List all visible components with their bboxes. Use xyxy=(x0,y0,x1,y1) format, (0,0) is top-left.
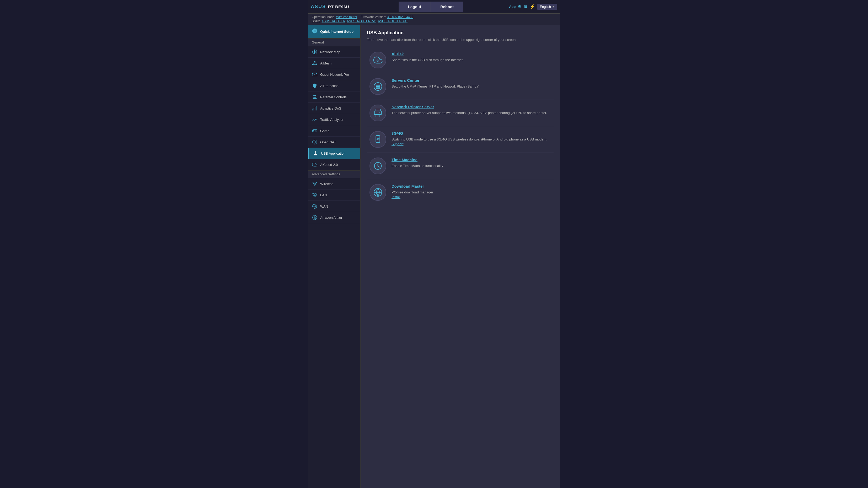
game-label: Game xyxy=(320,129,329,133)
sidebar-item-amazon-alexa[interactable]: Amazon Alexa xyxy=(308,212,360,223)
3g4g-desc: Switch to USB mode to use a 3G/4G USB wi… xyxy=(392,137,551,142)
sidebar-item-usb-application[interactable]: USB Application xyxy=(308,148,360,159)
feature-download-master: Download Master PC-free download manager… xyxy=(367,179,554,205)
sidebar-item-aicloud[interactable]: AiCloud 2.0 xyxy=(308,159,360,170)
download-master-install-link[interactable]: Install xyxy=(392,195,400,199)
usb-application-label: USB Application xyxy=(321,152,345,155)
svg-point-38 xyxy=(379,86,380,86)
usb-application-icon xyxy=(313,151,318,156)
3g4g-support-link[interactable]: Support xyxy=(392,142,404,146)
aidisk-info: AiDisk Share files in the USB disk throu… xyxy=(392,52,551,63)
svg-rect-36 xyxy=(376,86,380,87)
time-machine-info: Time Machine Enable Time Machine functio… xyxy=(392,158,551,168)
svg-rect-37 xyxy=(376,87,380,89)
quick-setup-label: Quick Internet Setup xyxy=(320,30,353,34)
feature-aidisk: AiDisk Share files in the USB disk throu… xyxy=(367,47,554,73)
svg-line-49 xyxy=(378,166,379,167)
ssid-5g[interactable]: ASUS_ROUTER_5G xyxy=(347,20,376,23)
header-right: App ⚙ 🖥 ⚡ English ▼ xyxy=(509,4,557,10)
main-layout: Quick Internet Setup General Network Map… xyxy=(308,25,560,488)
download-master-icon-wrap xyxy=(370,184,386,201)
asus-logo: ASUS xyxy=(311,4,326,9)
svg-rect-25 xyxy=(316,193,317,194)
logout-button[interactable]: Logout xyxy=(399,2,431,12)
amazon-alexa-icon xyxy=(312,215,317,220)
general-section-label: General xyxy=(308,38,360,46)
monitor-icon[interactable]: 🖥 xyxy=(523,4,528,9)
traffic-analyzer-label: Traffic Analyzer xyxy=(320,118,344,122)
status-bar: Operation Mode: Wireless router Firmware… xyxy=(308,13,560,25)
sidebar-item-aimesh[interactable]: AiMesh xyxy=(308,58,360,69)
download-master-title[interactable]: Download Master xyxy=(392,184,551,189)
network-printer-icon xyxy=(373,108,382,118)
feature-servers-center: Servers Center Setup the UPnP, iTunes, F… xyxy=(367,73,554,100)
servers-center-desc: Setup the UPnP, iTunes, FTP and Network … xyxy=(392,84,551,89)
3g4g-info: 3G/4G Switch to USB mode to use a 3G/4G … xyxy=(392,131,551,146)
svg-point-4 xyxy=(312,64,314,65)
3g4g-icon-wrap: 4G xyxy=(370,131,386,148)
ssid-2g[interactable]: ASUS_ROUTER xyxy=(321,20,345,23)
firmware-label: Firmware Version: xyxy=(361,15,386,19)
svg-point-3 xyxy=(314,61,315,62)
language-selector[interactable]: English ▼ xyxy=(537,4,557,10)
header: ASUS RT-BE96U Logout Reboot App ⚙ 🖥 ⚡ En… xyxy=(308,0,560,13)
quick-internet-setup-button[interactable]: Quick Internet Setup xyxy=(308,25,360,38)
sidebar-item-wireless[interactable]: Wireless xyxy=(308,178,360,190)
time-machine-title[interactable]: Time Machine xyxy=(392,158,551,162)
traffic-analyzer-icon xyxy=(312,117,317,122)
guest-network-label: Guest Network Pro xyxy=(320,73,349,76)
download-master-desc: PC-free download manager xyxy=(392,190,551,195)
settings-icon[interactable]: ⚙ xyxy=(518,4,521,9)
feature-time-machine: Time Machine Enable Time Machine functio… xyxy=(367,153,554,179)
svg-point-19 xyxy=(315,131,316,132)
sidebar-item-network-map[interactable]: Network Map xyxy=(308,46,360,58)
firmware-value[interactable]: 3.0.0.6.102_34488 xyxy=(387,15,413,19)
sidebar-item-parental-controls[interactable]: Parental Controls xyxy=(308,92,360,103)
svg-rect-12 xyxy=(314,108,314,110)
aicloud-label: AiCloud 2.0 xyxy=(320,163,338,167)
sidebar-item-game[interactable]: Game xyxy=(308,125,360,136)
sidebar-item-traffic-analyzer[interactable]: Traffic Analyzer xyxy=(308,114,360,125)
lan-label: LAN xyxy=(320,193,327,197)
reboot-button[interactable]: Reboot xyxy=(431,2,463,12)
open-nat-label: Open NAT xyxy=(320,140,336,144)
sidebar-item-adaptive-qos[interactable]: Adaptive QoS xyxy=(308,103,360,114)
servers-center-icon xyxy=(373,82,382,91)
svg-rect-11 xyxy=(313,109,313,110)
operation-mode-value[interactable]: Wireless router xyxy=(336,15,358,19)
sidebar-item-wan[interactable]: WAN xyxy=(308,201,360,212)
guest-network-icon xyxy=(312,71,317,77)
time-machine-icon-wrap xyxy=(370,158,386,174)
aidisk-title[interactable]: AiDisk xyxy=(392,52,551,56)
sidebar-item-aiprotection[interactable]: AiProtection xyxy=(308,80,360,92)
sidebar-item-lan[interactable]: LAN xyxy=(308,190,360,201)
network-map-icon xyxy=(312,49,317,55)
logo-area: ASUS RT-BE96U xyxy=(311,4,353,9)
open-nat-icon xyxy=(312,139,317,145)
svg-rect-23 xyxy=(312,193,314,194)
parental-controls-icon xyxy=(312,94,317,100)
network-printer-title[interactable]: Network Printer Server xyxy=(392,104,551,109)
svg-point-18 xyxy=(315,130,316,131)
model-name: RT-BE96U xyxy=(328,4,349,9)
3g4g-title[interactable]: 3G/4G xyxy=(392,131,551,135)
svg-rect-26 xyxy=(314,196,315,197)
ssid-6g[interactable]: ASUS_ROUTER_6G xyxy=(378,20,407,23)
wan-icon xyxy=(312,203,317,209)
aimesh-label: AiMesh xyxy=(320,61,332,65)
aidisk-icon xyxy=(373,55,382,65)
amazon-alexa-label: Amazon Alexa xyxy=(320,216,342,220)
svg-point-5 xyxy=(316,64,317,65)
usb-icon[interactable]: ⚡ xyxy=(530,4,535,9)
aidisk-icon-wrap xyxy=(370,52,386,68)
lan-icon xyxy=(312,192,317,198)
language-label: English xyxy=(540,5,551,9)
page-title: USB Application xyxy=(367,30,554,36)
network-printer-desc: The network printer server supports two … xyxy=(392,110,551,116)
network-map-label: Network Map xyxy=(320,50,340,54)
aiprotection-label: AiProtection xyxy=(320,84,339,88)
sidebar-item-guest-network[interactable]: Guest Network Pro xyxy=(308,69,360,80)
servers-center-title[interactable]: Servers Center xyxy=(392,78,551,83)
page-description: To remove the hard disk from the router,… xyxy=(367,38,554,42)
sidebar-item-open-nat[interactable]: Open NAT xyxy=(308,136,360,148)
